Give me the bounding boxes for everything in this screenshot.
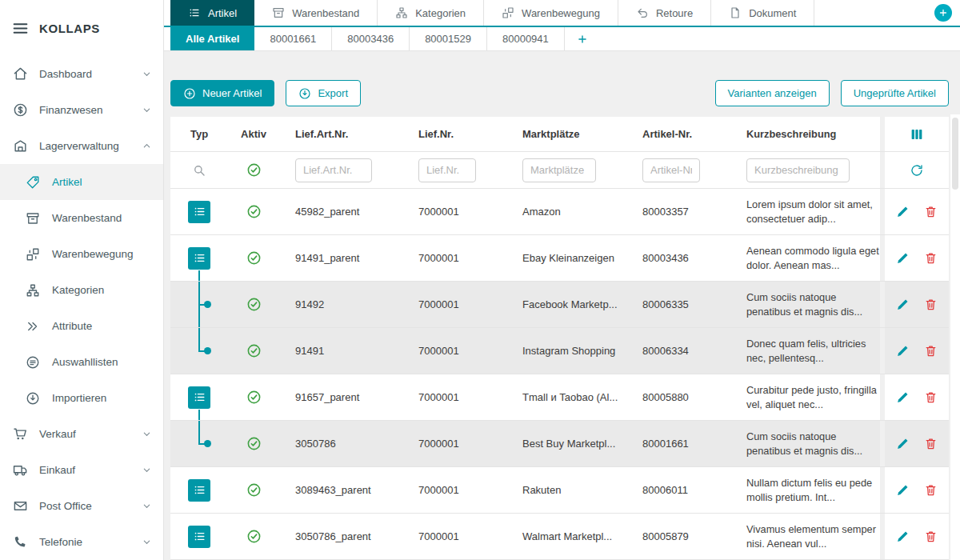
scrollbar[interactable] xyxy=(950,114,960,560)
edit-button[interactable] xyxy=(896,530,910,543)
sidebar-item-verkauf[interactable]: Verkauf xyxy=(0,416,163,452)
column-header-lief-art-nr[interactable]: Lief.Art.Nr. xyxy=(279,128,402,140)
tab-dokument[interactable]: Dokument xyxy=(711,0,814,26)
subtab-article-3[interactable]: 80001529 xyxy=(410,27,487,50)
column-header-lief-nr[interactable]: Lief.Nr. xyxy=(402,128,506,140)
edit-button[interactable] xyxy=(896,251,910,265)
kurzbeschreibung-filter-input[interactable] xyxy=(746,158,850,182)
column-header-artikel-nr[interactable]: Artikel-Nr. xyxy=(626,128,730,140)
delete-button[interactable] xyxy=(924,530,938,543)
column-settings-button[interactable] xyxy=(910,127,924,142)
show-variants-button[interactable]: Varianten anzeigen xyxy=(715,80,830,106)
table-row[interactable]: 91657_parent 7000001 Tmall и Taobao (Al.… xyxy=(170,374,949,421)
active-toggle[interactable] xyxy=(246,250,262,266)
delete-button[interactable] xyxy=(924,437,938,450)
menu-icon[interactable] xyxy=(12,20,29,37)
subtab-alle-artikel[interactable]: Alle Artikel xyxy=(170,27,254,50)
tab-warenbewegung[interactable]: Warenbewegung xyxy=(484,0,618,26)
subtab-article-1[interactable]: 80001661 xyxy=(254,27,332,50)
table-row[interactable]: 45982_parent 7000001 Amazon 80003357 Lor… xyxy=(170,189,949,235)
active-cell xyxy=(228,204,279,219)
active-toggle[interactable] xyxy=(246,390,262,405)
edit-button[interactable] xyxy=(896,205,910,218)
table-row[interactable]: 3089463_parent 7000001 Rakuten 80006011 … xyxy=(170,467,949,514)
tab-retoure[interactable]: Retoure xyxy=(618,0,711,26)
marktplaetze-filter-input[interactable] xyxy=(522,158,596,182)
sidebar-item-warenbestand[interactable]: Warenbestand xyxy=(0,200,163,236)
column-header-aktiv[interactable]: Aktiv xyxy=(228,128,279,140)
delete-button[interactable] xyxy=(924,390,938,404)
artikel-nr-filter-input[interactable] xyxy=(642,158,700,182)
sidebar-item-label: Dashboard xyxy=(39,68,92,80)
button-label: Ungeprüfte Artikel xyxy=(854,87,936,99)
active-toggle[interactable] xyxy=(246,482,262,498)
active-toggle[interactable] xyxy=(246,204,262,219)
table-row[interactable]: 3050786 7000001 Best Buy Marketpl... 800… xyxy=(170,421,949,467)
add-article-tab-button[interactable] xyxy=(565,27,600,50)
refresh-button[interactable] xyxy=(910,163,924,178)
delete-button[interactable] xyxy=(924,344,938,358)
sidebar-item-dashboard[interactable]: Dashboard xyxy=(0,56,163,92)
sidebar-item-telefonie[interactable]: Telefonie xyxy=(0,524,163,560)
edit-button[interactable] xyxy=(896,483,910,497)
article-type-button[interactable] xyxy=(188,479,210,502)
sidebar-item-lagerverwaltung[interactable]: Lagerverwaltung xyxy=(0,128,163,164)
tab-artikel[interactable]: Artikel xyxy=(170,0,254,26)
article-type-button[interactable] xyxy=(188,201,210,223)
edit-button[interactable] xyxy=(896,344,910,358)
active-toggle[interactable] xyxy=(246,343,262,358)
scrollbar-thumb[interactable] xyxy=(952,118,958,190)
column-header-marktplaetze[interactable]: Marktplätze xyxy=(506,128,626,140)
table-row[interactable]: 91492 7000001 Facebook Marketp... 800063… xyxy=(170,282,949,328)
inventory-icon xyxy=(25,211,41,226)
unchecked-articles-button[interactable]: Ungeprüfte Artikel xyxy=(841,80,949,106)
subtab-article-2[interactable]: 80003436 xyxy=(332,27,410,50)
delete-button[interactable] xyxy=(924,483,938,497)
column-header-kurzbeschreibung[interactable]: Kurzbeschreibung xyxy=(730,127,880,141)
tab-kategorien[interactable]: Kategorien xyxy=(378,0,484,26)
button-label: Varianten anzeigen xyxy=(728,87,817,99)
sidebar-item-attribute[interactable]: Attribute xyxy=(0,308,163,344)
type-cell xyxy=(170,328,228,374)
pencil-icon xyxy=(896,530,910,543)
check-circle-icon xyxy=(246,390,262,405)
delete-button[interactable] xyxy=(924,298,938,311)
delete-button[interactable] xyxy=(924,205,938,218)
active-toggle[interactable] xyxy=(246,529,262,544)
delete-button[interactable] xyxy=(924,251,938,265)
sidebar-item-auswahllisten[interactable]: Auswahllisten xyxy=(0,344,163,380)
sidebar-item-finanzwesen[interactable]: Finanzwesen xyxy=(0,92,163,128)
table-header-row: Typ Aktiv Lief.Art.Nr. Lief.Nr. Marktplä… xyxy=(170,117,949,152)
plus-circle-icon xyxy=(183,87,196,100)
sidebar-item-einkauf[interactable]: Einkauf xyxy=(0,452,163,488)
filter-marktplaetze xyxy=(506,158,626,182)
new-article-button[interactable]: Neuer Artikel xyxy=(170,80,274,106)
sidebar-item-warenbewegung[interactable]: Warenbewegung xyxy=(0,236,163,272)
sidebar-item-kategorien[interactable]: Kategorien xyxy=(0,272,163,308)
toolbar: Neuer Artikel Export Varianten anzeigen … xyxy=(170,80,949,106)
active-filter-toggle[interactable] xyxy=(246,162,262,178)
table-row[interactable]: 91491 7000001 Instagram Shopping 8000633… xyxy=(170,328,949,374)
edit-button[interactable] xyxy=(896,390,910,404)
sidebar-item-importieren[interactable]: Importieren xyxy=(0,380,163,416)
sidebar-item-post-office[interactable]: Post Office xyxy=(0,488,163,524)
export-button[interactable]: Export xyxy=(286,80,361,106)
active-toggle[interactable] xyxy=(246,297,262,312)
tab-warenbestand[interactable]: Warenbestand xyxy=(254,0,378,26)
active-toggle[interactable] xyxy=(246,436,262,451)
article-type-button[interactable] xyxy=(188,247,210,270)
table-row[interactable]: 3050786_parent 7000001 Walmart Marketpl.… xyxy=(170,514,949,560)
article-type-button[interactable] xyxy=(188,386,210,409)
lief-art-nr-filter-input[interactable] xyxy=(295,158,372,182)
tree-connector-vertical xyxy=(198,421,200,444)
subtab-article-4[interactable]: 80000941 xyxy=(487,27,565,50)
sidebar-item-artikel[interactable]: Artikel xyxy=(0,164,163,200)
article-type-button[interactable] xyxy=(188,526,210,548)
column-header-typ[interactable]: Typ xyxy=(170,117,228,151)
add-tab-button[interactable] xyxy=(934,4,952,22)
lief-nr-cell: 7000001 xyxy=(402,438,506,450)
edit-button[interactable] xyxy=(896,298,910,311)
lief-nr-filter-input[interactable] xyxy=(418,158,476,182)
edit-button[interactable] xyxy=(896,437,910,450)
table-row[interactable]: 91491_parent 7000001 Ebay Kleinanzeigen … xyxy=(170,235,949,282)
